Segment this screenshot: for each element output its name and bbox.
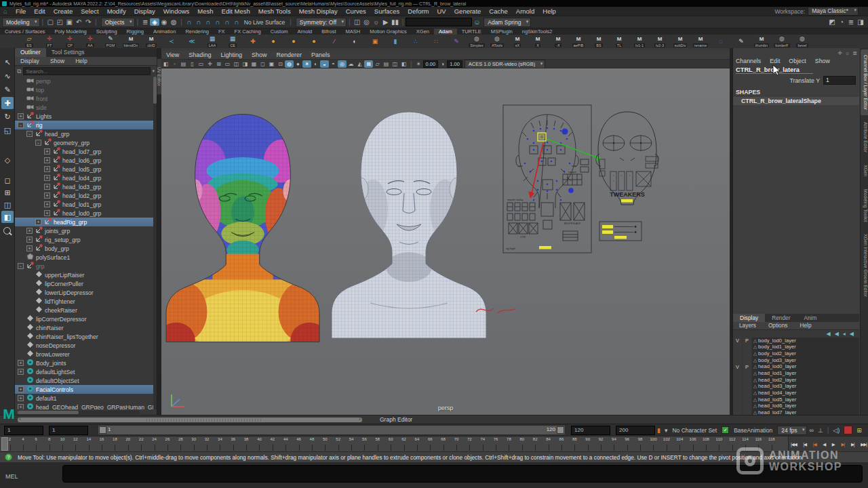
outliner-tab-tool-settings[interactable]: Tool Settings <box>46 48 90 57</box>
shelf-tab-bifrost[interactable]: Bifrost <box>317 28 340 35</box>
shelf-item-34[interactable]: ◌ <box>711 38 731 45</box>
select-object-icon[interactable]: ◈ <box>150 18 159 26</box>
menu-item-windows[interactable]: Windows <box>159 7 194 15</box>
expand-toggle[interactable]: - <box>18 263 24 269</box>
shelf-item-lv1-1[interactable]: Mlv1-1 <box>629 35 650 47</box>
selection-mask-dropdown[interactable]: Objects <box>101 18 135 27</box>
outliner-item-head-lod4-grp[interactable]: +head_lod4_grp <box>15 174 153 182</box>
home-icon[interactable]: ⌂ <box>3 7 7 15</box>
outliner-item-lidtightener[interactable]: lidTightener <box>15 297 153 306</box>
chevron-down-icon[interactable]: ▾ <box>665 427 668 434</box>
shelf-item-12[interactable]: ● <box>263 38 283 45</box>
outliner-item-head-geohead-grpgeo-grpashuman-grp[interactable]: +head_GEOhead_GRPgeo_GRPasHuman_GRP <box>15 403 153 409</box>
menu-item-edit-mesh[interactable]: Edit Mesh <box>218 7 254 15</box>
shelf-item-thumbn[interactable]: Mthumbn <box>751 35 772 47</box>
shelf-tab-curves-surfaces[interactable]: Curves / Surfaces <box>0 28 50 35</box>
menu-item-edit[interactable]: Edit <box>30 7 49 15</box>
expand-toggle[interactable]: + <box>44 192 50 199</box>
shelf-item-14[interactable]: ● <box>304 38 324 45</box>
side-tab-xgen[interactable]: XGen <box>861 159 868 182</box>
viewport-menu-show[interactable]: Show <box>247 52 272 58</box>
select-hierarchy-icon[interactable]: ≣ <box>140 18 150 26</box>
outliner-item-lights[interactable]: +Lights <box>15 112 153 121</box>
menu-item-arnold[interactable]: Arnold <box>512 7 538 15</box>
symmetry-dropdown[interactable]: Symmetry: Off <box>296 18 347 27</box>
channel-box-menu-edit[interactable]: Edit <box>770 58 785 64</box>
move-tool-button[interactable]: ✚ <box>1 97 14 109</box>
layout-single-button[interactable]: ◻ <box>1 174 14 186</box>
shelf-item-bs[interactable]: MBS <box>589 35 609 47</box>
layer-visibility-toggle[interactable]: V <box>733 338 743 344</box>
outliner-item-grp[interactable]: -grp <box>15 262 153 270</box>
outliner-tab-outliner[interactable]: Outliner <box>15 48 46 57</box>
layout-outliner-persp-button[interactable]: ◧ <box>1 211 14 223</box>
shelf-tab-mash[interactable]: MASH <box>341 28 366 35</box>
search-input[interactable] <box>23 67 151 75</box>
shelf-item-35[interactable]: ✎ <box>731 38 751 45</box>
isolate-select-icon[interactable]: ◭ <box>355 60 364 68</box>
expand-toggle[interactable]: - <box>26 131 33 137</box>
shelf-item-aa[interactable]: ✛AA <box>80 35 100 47</box>
layer-visibility-toggle[interactable] <box>733 350 743 357</box>
shelf-item-cp[interactable]: ✛CP <box>60 35 80 47</box>
lighting-icon[interactable]: ☀ <box>302 60 311 68</box>
shelf-tab-xgen[interactable]: XGen <box>412 28 434 35</box>
layer-visibility-toggle[interactable] <box>733 390 743 397</box>
channel-box-menu-channels[interactable]: Channels <box>736 58 766 64</box>
menu-item-curves[interactable]: Curves <box>342 7 370 15</box>
expand-toggle[interactable]: + <box>18 395 24 401</box>
attribute-value-field[interactable]: 1 <box>823 76 856 85</box>
shelf-tab-fx-caching[interactable]: FX Caching <box>230 28 266 35</box>
screen-icon[interactable]: ◧ <box>399 60 408 68</box>
select-component-icon[interactable]: ◉ <box>159 18 169 26</box>
highlight-icon[interactable]: ◩ <box>827 18 837 26</box>
playback-end-field[interactable]: 120 <box>571 426 610 435</box>
side-tab-xgen-interactive-groom-editor[interactable]: XGen Interactive Groom Editor <box>861 228 868 302</box>
shelf-tab-fx[interactable]: FX <box>214 28 230 35</box>
shelf-item-18[interactable]: ▮ <box>385 38 406 45</box>
panel-toggle-icon[interactable]: ◨ <box>856 18 865 26</box>
move-layer-up-icon[interactable]: ◀ <box>827 330 831 338</box>
shelf-tab-motion-graphics[interactable]: Motion Graphics <box>365 28 412 35</box>
viewport-canvas[interactable]: TWEAKERS mouth sticky CTR tongue MOUTH S… <box>161 68 730 415</box>
shelf-item-bevel[interactable]: ◍bevel <box>792 35 812 47</box>
outliner-item-chinraiser-lipstogether[interactable]: chinRaiser_lipsTogether <box>15 332 153 341</box>
layer-playback-toggle[interactable] <box>743 377 752 384</box>
list-icon[interactable]: ≣ <box>852 50 857 56</box>
xray-icon[interactable]: ⊠ <box>364 60 373 68</box>
layout-four-view-button[interactable]: ⊞ <box>1 186 14 199</box>
paint-select-tool-button[interactable]: ✎ <box>1 83 14 96</box>
layer-visibility-toggle[interactable] <box>733 396 743 403</box>
shelf-tab-animation[interactable]: Animation <box>149 28 180 35</box>
safe-action-icon[interactable]: ◻ <box>258 60 267 68</box>
open-scene-icon[interactable]: ◰ <box>55 18 64 26</box>
field-chart-icon[interactable]: ▦ <box>250 60 258 68</box>
hammer-icon[interactable]: ⊥ <box>818 427 823 434</box>
outliner-item-lipcornerdepressor[interactable]: lipCornerDepressor <box>15 314 153 323</box>
outliner-item-body-joints[interactable]: +Body_joints <box>15 359 153 367</box>
colorspace-dropdown[interactable]: ACES 1.0 SDR-video (sRGB) <box>465 60 545 68</box>
side-tab-modeling-toolkit[interactable]: Modeling Toolkit <box>861 184 868 228</box>
grid-icon[interactable]: ⊞ <box>214 60 223 68</box>
play-backwards-button[interactable]: ◀ <box>823 442 825 447</box>
shelf-item-13[interactable]: ● <box>283 38 304 45</box>
picker-selected-control[interactable] <box>538 133 546 141</box>
tweakers-head[interactable]: TWEAKERS <box>596 112 658 205</box>
outliner-item-defaultobjectset[interactable]: defaultObjectSet <box>15 376 153 385</box>
viewport-menu-shading[interactable]: Shading <box>184 52 216 58</box>
go-to-end-button[interactable]: ▶▶| <box>861 442 867 447</box>
picker-yellow-bar[interactable] <box>539 246 551 249</box>
step-forward-frame-button[interactable]: ▶| <box>851 442 854 447</box>
expand-toggle[interactable]: + <box>44 210 50 216</box>
layer-playback-toggle[interactable] <box>743 384 752 390</box>
ssao-icon[interactable]: ◒ <box>320 60 329 68</box>
render-sequence-icon[interactable]: ▶ <box>381 18 391 26</box>
gamma-icon[interactable]: ◑ <box>438 60 447 68</box>
snap-center-icon[interactable]: ∩ <box>213 18 222 26</box>
snap-grid-icon[interactable]: ∩ <box>184 18 194 26</box>
wireframe-shaded-icon[interactable]: ◍ <box>285 60 294 68</box>
shelf-item-aepib[interactable]: MaePIB <box>568 35 589 47</box>
shelf-tab-msplugin[interactable]: MSPlugin <box>486 28 517 35</box>
speaker-icon[interactable]: ◁) <box>833 427 840 434</box>
shelf-item-subdiv[interactable]: MsubDiv <box>670 35 690 47</box>
